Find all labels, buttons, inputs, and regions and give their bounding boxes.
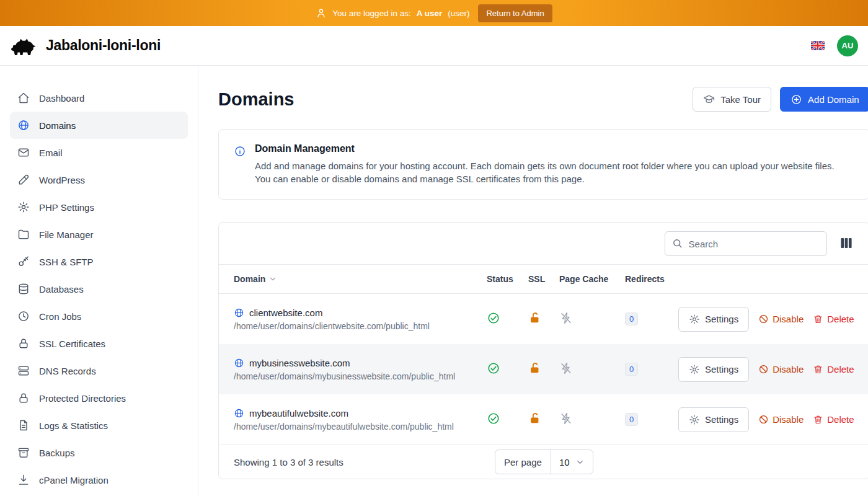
domain-name: mybeautifulwebsite.com [249,408,348,418]
page-cache-off-icon [559,412,573,425]
sidebar-item-label: DNS Records [39,366,96,376]
settings-button[interactable]: Settings [678,307,749,332]
sidebar-item-ssh-sftp[interactable]: SSH & SFTP [10,248,188,275]
redirects-count-badge: 0 [625,312,638,326]
info-card-body: Add and manage domains for your hosting … [255,160,838,185]
sidebar-item-dns-records[interactable]: DNS Records [10,357,188,384]
per-page-value: 10 [559,457,570,467]
domain-name: mybusinesswebsite.com [249,358,350,368]
ban-icon [758,314,769,324]
sidebar-item-label: SSL Certificates [39,339,105,349]
take-tour-button[interactable]: Take Tour [693,87,771,112]
redirects-count-badge: 0 [625,363,638,376]
graduation-cap-icon [703,94,715,105]
add-domain-button[interactable]: Add Domain [780,87,868,112]
sidebar: Dashboard Domains Email WordPress PHP Se… [0,66,198,496]
search-input[interactable] [665,231,827,256]
column-header-redirects: Redirects [625,274,678,284]
folder-icon [17,228,30,241]
app-header: Jabaloni-loni-loni AU [0,26,868,66]
document-icon [17,419,30,432]
sidebar-item-domains[interactable]: Domains [10,112,188,139]
ssl-unlocked-icon [528,311,542,325]
status-enabled-icon [487,311,500,325]
sidebar-item-cpanel-migration[interactable]: cPanel Migration [10,466,188,494]
columns-icon [839,236,854,250]
document-root-path: /home/user/domains/mybusinesswebsite.com… [234,371,487,381]
sidebar-item-label: PHP Settings [39,202,94,213]
ssl-unlocked-icon [528,361,542,375]
column-settings-button[interactable] [837,234,856,253]
settings-button[interactable]: Settings [678,407,749,432]
search-icon [671,237,683,249]
disable-button[interactable]: Disable [758,364,804,374]
sidebar-item-label: Dashboard [39,93,84,104]
document-root-path: /home/user/domains/clientwebsite.com/pub… [234,321,487,331]
chevron-down-icon [575,458,585,467]
delete-button[interactable]: Delete [813,314,854,324]
sidebar-item-logs-statistics[interactable]: Logs & Statistics [10,412,188,439]
sidebar-item-databases[interactable]: Databases [10,275,188,303]
clock-icon [17,310,30,322]
column-header-page-cache: Page Cache [559,274,625,284]
user-avatar[interactable]: AU [837,35,858,56]
gear-icon [689,364,700,375]
main-content: Domains Take Tour Add Domain Domain Mana… [198,66,868,496]
impersonation-role: (user) [448,9,469,18]
status-enabled-icon [487,412,500,425]
disable-button[interactable]: Disable [758,414,804,425]
sidebar-item-label: File Manager [39,229,94,240]
sidebar-item-cron-jobs[interactable]: Cron Jobs [10,303,188,330]
sidebar-item-dashboard[interactable]: Dashboard [10,84,188,112]
sidebar-item-label: Backups [39,448,75,458]
sidebar-item-file-manager[interactable]: File Manager [10,221,188,248]
sidebar-item-label: Protected Directories [39,393,126,404]
ban-icon [758,414,769,425]
table-header-row: Domain Status SSL Page Cache Redirects [219,264,868,294]
info-card-title: Domain Management [255,143,838,154]
disable-button[interactable]: Disable [758,314,804,324]
sidebar-item-label: cPanel Migration [39,475,108,485]
table-row: mybusinesswebsite.com /home/user/domains… [219,344,868,394]
impersonation-username: A user [417,9,443,18]
sidebar-item-wordpress[interactable]: WordPress [10,166,188,193]
info-icon [234,145,246,157]
key-icon [17,255,30,268]
delete-button[interactable]: Delete [813,364,854,374]
per-page-select[interactable]: Per page 10 [495,450,593,474]
per-page-label: Per page [495,450,551,474]
sidebar-item-php-settings[interactable]: PHP Settings [10,193,188,221]
sidebar-item-label: Logs & Statistics [39,420,108,431]
sidebar-item-label: Domains [39,120,76,131]
sidebar-item-protected-directories[interactable]: Protected Directories [10,384,188,412]
status-enabled-icon [487,361,500,375]
column-header-domain[interactable]: Domain [234,274,487,284]
settings-button[interactable]: Settings [678,357,749,382]
brand: Jabaloni-loni-loni [10,35,161,57]
sidebar-item-ssl-certificates[interactable]: SSL Certificates [10,330,188,357]
brand-name: Jabaloni-loni-loni [46,37,161,54]
domain-name: clientwebsite.com [249,308,322,318]
sidebar-item-label: Email [39,148,63,158]
plus-circle-icon [790,94,802,105]
download-icon [17,474,30,486]
globe-icon [234,408,244,418]
server-icon [17,365,30,377]
sort-chevron-icon [268,275,277,283]
add-domain-label: Add Domain [808,94,859,105]
archive-icon [17,446,30,459]
sidebar-item-backups[interactable]: Backups [10,439,188,466]
language-flag-icon[interactable] [811,41,825,50]
delete-button[interactable]: Delete [813,414,854,425]
mail-icon [17,146,30,159]
impersonation-bar: You are logged in as: A user (user) Retu… [0,0,868,26]
search-box [665,231,827,256]
return-to-admin-button[interactable]: Return to Admin [478,4,552,22]
take-tour-label: Take Tour [720,94,761,105]
ssl-unlocked-icon [528,412,542,425]
lock-icon [17,392,30,404]
redirects-count-badge: 0 [625,413,638,426]
sidebar-item-email[interactable]: Email [10,139,188,166]
database-icon [17,283,30,295]
gear-icon [17,201,30,213]
